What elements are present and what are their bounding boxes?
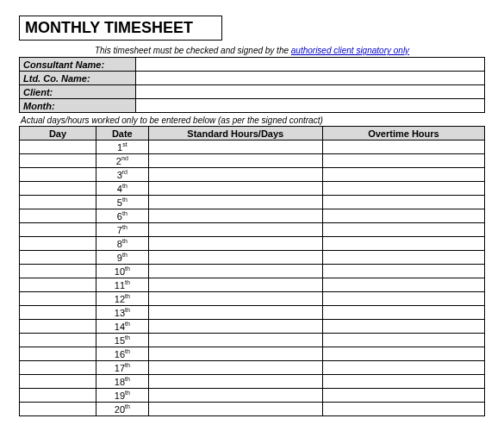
client-value[interactable] [136,85,485,99]
day-cell[interactable] [20,237,96,251]
date-number: 18 [115,377,125,387]
standard-hours-cell[interactable] [148,403,322,416]
date-number: 20 [115,404,125,415]
col-header-overtime: Overtime Hours [322,127,484,141]
date-ordinal: th [122,224,128,230]
date-ordinal: th [125,348,130,354]
overtime-hours-cell[interactable] [322,306,484,320]
overtime-hours-cell[interactable] [322,168,484,182]
date-number: 13 [115,308,125,318]
date-cell: 17th [96,361,148,375]
overtime-hours-cell[interactable] [322,265,484,278]
overtime-hours-cell[interactable] [322,320,484,334]
day-cell[interactable] [20,334,96,347]
overtime-hours-cell[interactable] [322,223,484,237]
standard-hours-cell[interactable] [148,292,322,306]
day-cell[interactable] [20,265,96,278]
overtime-hours-cell[interactable] [322,361,484,375]
date-cell: 4th [96,182,148,196]
date-cell: 1st [96,141,148,154]
overtime-hours-cell[interactable] [322,292,484,306]
table-row: 1st [20,141,485,154]
overtime-hours-cell[interactable] [322,154,484,168]
date-number: 15 [115,335,125,346]
standard-hours-cell[interactable] [148,196,322,209]
standard-hours-cell[interactable] [148,361,322,375]
ltd-co-name-value[interactable] [136,72,485,85]
consultant-name-value[interactable] [136,58,485,72]
day-cell[interactable] [20,251,96,265]
date-ordinal: th [122,197,128,203]
day-cell[interactable] [20,278,96,292]
date-cell: 6th [96,209,148,223]
overtime-hours-cell[interactable] [322,278,484,292]
standard-hours-cell[interactable] [148,154,322,168]
standard-hours-cell[interactable] [148,251,322,265]
date-cell: 5th [96,196,148,209]
standard-hours-cell[interactable] [148,389,322,403]
table-row: 12th [20,292,485,306]
day-cell[interactable] [20,196,96,209]
table-row: 19th [20,389,485,403]
date-ordinal: th [122,210,128,216]
standard-hours-cell[interactable] [148,209,322,223]
overtime-hours-cell[interactable] [322,141,484,154]
date-ordinal: th [125,293,130,299]
timesheet-header-row: Day Date Standard Hours/Days Overtime Ho… [20,127,485,141]
date-cell: 19th [96,389,148,403]
overtime-hours-cell[interactable] [322,209,484,223]
date-cell: 7th [96,223,148,237]
standard-hours-cell[interactable] [148,182,322,196]
day-cell[interactable] [20,223,96,237]
day-cell[interactable] [20,154,96,168]
overtime-hours-cell[interactable] [322,251,484,265]
table-row: 11th [20,278,485,292]
standard-hours-cell[interactable] [148,265,322,278]
month-label: Month: [20,99,136,113]
day-cell[interactable] [20,347,96,361]
day-cell[interactable] [20,320,96,334]
standard-hours-cell[interactable] [148,334,322,347]
overtime-hours-cell[interactable] [322,389,484,403]
day-cell[interactable] [20,389,96,403]
overtime-hours-cell[interactable] [322,182,484,196]
standard-hours-cell[interactable] [148,278,322,292]
col-header-standard: Standard Hours/Days [148,127,322,141]
overtime-hours-cell[interactable] [322,375,484,389]
date-cell: 12th [96,292,148,306]
day-cell[interactable] [20,361,96,375]
day-cell[interactable] [20,403,96,416]
standard-hours-cell[interactable] [148,375,322,389]
overtime-hours-cell[interactable] [322,334,484,347]
standard-hours-cell[interactable] [148,223,322,237]
overtime-hours-cell[interactable] [322,403,484,416]
overtime-hours-cell[interactable] [322,237,484,251]
standard-hours-cell[interactable] [148,168,322,182]
day-cell[interactable] [20,182,96,196]
standard-hours-cell[interactable] [148,141,322,154]
standard-hours-cell[interactable] [148,347,322,361]
date-number: 11 [115,280,125,290]
standard-hours-cell[interactable] [148,237,322,251]
overtime-hours-cell[interactable] [322,196,484,209]
date-ordinal: th [125,279,130,285]
standard-hours-cell[interactable] [148,320,322,334]
date-ordinal: rd [122,169,128,175]
day-cell[interactable] [20,209,96,223]
table-row: 18th [20,375,485,389]
standard-hours-cell[interactable] [148,306,322,320]
table-row: 17th [20,361,485,375]
overtime-hours-cell[interactable] [322,347,484,361]
day-cell[interactable] [20,306,96,320]
table-row: 7th [20,223,485,237]
info-row-month: Month: [20,99,485,113]
day-cell[interactable] [20,168,96,182]
date-cell: 9th [96,251,148,265]
instruction-text: Actual days/hours worked only to be ente… [19,115,485,126]
date-cell: 11th [96,278,148,292]
day-cell[interactable] [20,141,96,154]
timesheet-table: Day Date Standard Hours/Days Overtime Ho… [19,126,485,416]
month-value[interactable] [136,99,485,113]
day-cell[interactable] [20,292,96,306]
day-cell[interactable] [20,375,96,389]
